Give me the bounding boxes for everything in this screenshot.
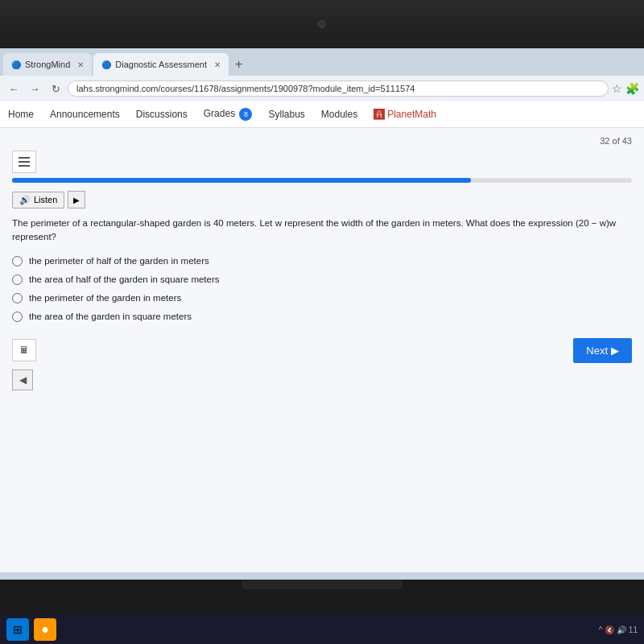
- reload-button[interactable]: ↻: [47, 80, 64, 97]
- bookmark-icon[interactable]: ☆: [612, 82, 622, 95]
- back-nav-button[interactable]: ←: [5, 80, 23, 97]
- strongmind-tab-icon: 🔵: [11, 60, 21, 69]
- screen: 🔵 StrongMind ✕ 🔵 Diagnostic Assessment ✕…: [0, 48, 644, 580]
- tab-strongmind[interactable]: 🔵 StrongMind ✕: [3, 53, 92, 76]
- diagnostic-tab-close[interactable]: ✕: [214, 60, 221, 69]
- address-bar[interactable]: lahs.strongmind.com/courses/11678/assign…: [68, 80, 609, 97]
- nav-syllabus[interactable]: Syllabus: [268, 109, 304, 120]
- listen-controls: 🔊 Listen ▶: [12, 191, 632, 208]
- answer-option-a[interactable]: the perimeter of half of the garden in m…: [12, 256, 632, 266]
- nav-announcements[interactable]: Announcements: [50, 109, 120, 120]
- browser-chrome: 🔵 StrongMind ✕ 🔵 Diagnostic Assessment ✕…: [0, 48, 644, 128]
- radio-c[interactable]: [12, 293, 23, 303]
- listen-button[interactable]: 🔊 Listen: [12, 192, 64, 208]
- taskbar: ⊞ ● ^ 🔇 🔊 11: [0, 615, 644, 644]
- content-area: 32 of 43 🔊 Listen ▶ The perimeter of a r…: [0, 128, 644, 572]
- tab-diagnostic[interactable]: 🔵 Diagnostic Assessment ✕: [93, 53, 229, 76]
- site-navigation: Home Announcements Discussions Grades 8 …: [0, 101, 644, 128]
- answer-label-d: the area of the garden in square meters: [29, 312, 192, 321]
- calculator-icon: 🖩: [19, 345, 29, 356]
- nav-grades[interactable]: Grades 8: [204, 108, 253, 121]
- system-tray: ^ 🔇 🔊 11: [599, 625, 638, 634]
- address-bar-row: ← → ↻ lahs.strongmind.com/courses/11678/…: [0, 76, 644, 101]
- answer-label-c: the perimeter of the garden in meters: [29, 293, 181, 303]
- play-button[interactable]: ▶: [68, 191, 85, 208]
- nav-modules[interactable]: Modules: [321, 109, 357, 120]
- answer-options: the perimeter of half of the garden in m…: [12, 256, 632, 322]
- nav-home[interactable]: Home: [8, 109, 34, 120]
- question-counter: 32 of 43: [12, 136, 632, 146]
- webcam: [318, 20, 326, 28]
- laptop-hinge: [242, 580, 402, 589]
- nav-discussions[interactable]: Discussions: [136, 109, 188, 120]
- strongmind-tab-label: StrongMind: [25, 60, 70, 69]
- windows-icon: ⊞: [13, 623, 23, 636]
- nav-planetmath[interactable]: 🅰 PlanetMath: [374, 108, 436, 121]
- menu-icon-button[interactable]: [12, 151, 36, 173]
- answer-option-b[interactable]: the area of half of the garden in square…: [12, 275, 632, 285]
- progress-bar-fill: [12, 178, 471, 183]
- forward-nav-button[interactable]: →: [26, 80, 43, 97]
- tab-bar: 🔵 StrongMind ✕ 🔵 Diagnostic Assessment ✕…: [0, 48, 644, 76]
- windows-start-button[interactable]: ⊞: [6, 618, 29, 641]
- progress-bar-container: [12, 178, 632, 183]
- next-button[interactable]: Next ▶: [573, 338, 632, 363]
- bottom-controls: 🖩 Next ▶: [12, 338, 632, 363]
- answer-label-b: the area of half of the garden in square…: [29, 275, 220, 284]
- speaker-icon: 🔊: [19, 195, 31, 205]
- diagnostic-tab-icon: 🔵: [101, 60, 111, 69]
- hamburger-icon: [19, 157, 30, 167]
- answer-option-d[interactable]: the area of the garden in square meters: [12, 312, 632, 322]
- radio-a[interactable]: [12, 256, 23, 266]
- planetmath-icon: 🅰: [374, 108, 385, 121]
- next-arrow-icon: ▶: [611, 345, 619, 357]
- grades-badge: 8: [239, 108, 252, 121]
- answer-option-c[interactable]: the perimeter of the garden in meters: [12, 293, 632, 303]
- question-text: The perimeter of a rectangular-shaped ga…: [12, 217, 632, 245]
- back-control: ◀: [12, 369, 632, 390]
- calculator-button[interactable]: 🖩: [12, 339, 36, 361]
- extensions-icon[interactable]: 🧩: [625, 82, 639, 95]
- back-button[interactable]: ◀: [12, 369, 33, 390]
- answer-label-a: the perimeter of half of the garden in m…: [29, 256, 209, 266]
- next-label: Next: [586, 345, 608, 357]
- left-controls: 🖩: [12, 339, 36, 361]
- back-arrow-icon: ◀: [19, 374, 27, 386]
- laptop-top-bezel: [0, 0, 644, 48]
- strongmind-tab-close[interactable]: ✕: [77, 60, 84, 69]
- diagnostic-tab-label: Diagnostic Assessment: [115, 60, 207, 69]
- chrome-icon: ●: [41, 622, 49, 637]
- radio-d[interactable]: [12, 312, 23, 322]
- laptop-bottom-area: ⊞ ● ^ 🔇 🔊 11: [0, 580, 644, 644]
- new-tab-button[interactable]: +: [230, 56, 247, 73]
- chrome-taskbar-button[interactable]: ●: [34, 618, 56, 641]
- radio-b[interactable]: [12, 275, 23, 285]
